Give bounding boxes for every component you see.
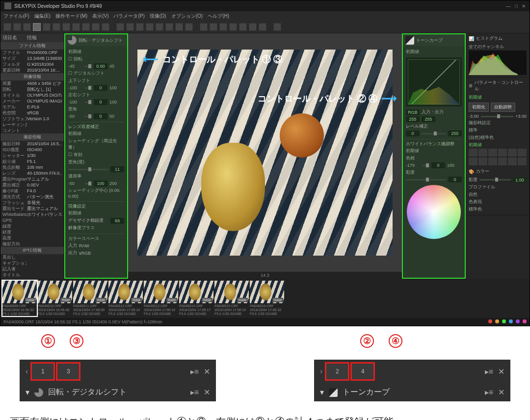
close-icon[interactable]: ✕ <box>204 367 210 376</box>
tool-icon[interactable] <box>508 149 517 157</box>
tool-btn[interactable] <box>136 23 144 31</box>
tool-icon[interactable] <box>478 149 487 157</box>
tool-icon[interactable] <box>508 158 517 165</box>
exposure-slider[interactable]: -3.00+3.00 <box>469 113 527 119</box>
tool-btn[interactable] <box>23 23 31 31</box>
thumbnail[interactable]: RAWPA040016.ORF2018/10/04 17:00:32F5.6 1… <box>250 281 284 316</box>
menu-edit[interactable]: 編集(E) <box>34 13 51 20</box>
cs-out-val[interactable]: sRGB <box>79 251 124 256</box>
auto-button[interactable]: 自動調整 <box>491 103 515 112</box>
enable-check[interactable]: 有効 <box>74 152 82 157</box>
menu-option[interactable]: オプション(O) <box>171 13 203 20</box>
demosaic-val[interactable]: 69 <box>110 218 124 224</box>
reset-label[interactable]: 初期値 <box>469 141 527 149</box>
tool-btn[interactable] <box>43 23 51 31</box>
tool-btn[interactable] <box>259 23 266 31</box>
level-slider[interactable]: 0255 <box>406 130 462 137</box>
saturation-slider[interactable]: 彩度1.00 <box>469 176 527 184</box>
thumbnail[interactable]: RAWPA040009.ORF2018/10/04 16:56:32F5.1 1… <box>2 281 37 316</box>
tool-icon[interactable] <box>478 158 487 165</box>
persp-slider[interactable]: -50050 <box>68 113 124 120</box>
close-icon[interactable]: ✕ <box>498 388 504 397</box>
close-icon[interactable]: ✕ <box>204 388 210 397</box>
look-value[interactable]: 標準色 <box>469 206 527 213</box>
histo-sub[interactable]: 全てのチャンネル <box>469 43 527 51</box>
tool-icon[interactable] <box>498 158 507 165</box>
thumbnail[interactable]: RAWPA040012.ORF2018/10/04 17:00:14F5.6 1… <box>108 281 143 316</box>
ud-slider[interactable]: -1000100 <box>68 84 124 91</box>
list-icon[interactable]: ▸≡ <box>190 367 199 376</box>
chevron-right-icon[interactable]: › <box>320 367 322 376</box>
menu-help[interactable]: ヘルプ(H) <box>208 13 229 20</box>
close-icon[interactable]: ✕ <box>498 367 504 376</box>
thumbnail[interactable]: RAWPA040011.ORF2018/10/04 17:00:09F5.6 1… <box>73 281 107 316</box>
tool-btn[interactable] <box>229 23 237 31</box>
tool-btn[interactable] <box>219 23 227 31</box>
input-val[interactable]: 255 <box>406 116 420 122</box>
tool-btn[interactable] <box>239 23 247 31</box>
tool-btn[interactable] <box>185 23 193 31</box>
tool-btn[interactable] <box>53 23 60 31</box>
tone-curve-graph[interactable] <box>406 57 462 106</box>
tool-icon[interactable] <box>469 149 477 157</box>
tool-btn[interactable] <box>146 23 154 31</box>
rotate-slider[interactable]: -450.0045 <box>68 63 124 70</box>
tool-btn[interactable] <box>62 23 70 31</box>
tool-btn[interactable] <box>3 23 11 31</box>
thumbnail[interactable]: RAWPA040010.ORF2018/10/04 16:56:40F5.6 1… <box>38 281 72 316</box>
nat-preset[interactable]: (自然)標準色 <box>469 134 527 141</box>
reset-btn[interactable]: 初期値 <box>406 48 462 55</box>
tool-icon[interactable] <box>518 158 527 165</box>
close-icon[interactable]: ✕ <box>522 3 526 9</box>
tab-3[interactable]: 3 <box>57 364 79 379</box>
reset-btn[interactable]: 初期値 <box>68 210 124 217</box>
tool-btn[interactable] <box>210 23 217 31</box>
thumbnail[interactable]: RAWPA040015.ORF2018/10/04 17:00:19F5.6 1… <box>214 281 249 316</box>
tool-btn[interactable] <box>156 23 163 31</box>
channel-select[interactable]: RGB <box>406 109 420 115</box>
hue-slider[interactable]: -1790180 <box>406 162 462 169</box>
rate-slider[interactable]: -50100200 <box>68 180 124 187</box>
tool-icon[interactable] <box>518 149 527 157</box>
thumbnail[interactable]: RAWPA040013.ORF2018/10/04 17:00:16F5.6 1… <box>144 281 178 316</box>
menu-develop[interactable]: 現像(D) <box>150 13 166 20</box>
angle-slider[interactable]: 11 <box>68 166 124 173</box>
color-wheel[interactable] <box>407 185 461 239</box>
tool-btn[interactable] <box>72 23 80 31</box>
chevron-left-icon[interactable]: ‹ <box>26 367 28 376</box>
chevron-down-icon[interactable]: ▾ <box>320 388 324 397</box>
tool-btn[interactable] <box>273 23 281 31</box>
maximize-icon[interactable]: □ <box>515 3 518 9</box>
list-icon[interactable]: ▸≡ <box>190 388 199 397</box>
tool-btn[interactable] <box>92 23 100 31</box>
thumbnail-strip[interactable]: RAWPA040009.ORF2018/10/04 16:56:32F5.1 1… <box>0 279 530 318</box>
list-icon[interactable]: ▸≡ <box>485 388 493 397</box>
menu-view[interactable]: 表示(V) <box>92 13 108 20</box>
menu-mode[interactable]: 操作モード(M) <box>55 13 87 20</box>
tool-btn[interactable] <box>249 23 257 31</box>
tool-btn[interactable] <box>116 23 124 31</box>
tab-4[interactable]: 4 <box>352 364 373 379</box>
tool-icon[interactable] <box>488 149 497 157</box>
tool-btn[interactable] <box>175 23 183 31</box>
tool-btn[interactable] <box>13 23 21 31</box>
tool-btn[interactable] <box>33 23 41 31</box>
thumbnail[interactable]: RAWPA040014.ORF2018/10/04 17:00:17F5.6 1… <box>179 281 213 316</box>
tool-icon[interactable] <box>488 158 497 165</box>
tool-btn[interactable] <box>165 23 173 31</box>
shoot-preset[interactable]: 撮影時設定 <box>469 119 527 127</box>
sat-slider[interactable]: 0 <box>406 176 462 183</box>
tool-btn[interactable] <box>102 23 109 31</box>
init-button[interactable]: 初期化 <box>469 103 489 112</box>
minimize-icon[interactable]: — <box>506 3 511 9</box>
tool-btn[interactable] <box>126 23 134 31</box>
tool-icon[interactable] <box>498 149 507 157</box>
output-val[interactable]: 255 <box>422 116 435 122</box>
profile-value[interactable]: 自然 <box>469 191 527 198</box>
reset-btn[interactable]: 初期値 <box>68 48 124 55</box>
chevron-down-icon[interactable]: ▾ <box>26 388 29 397</box>
reset-btn[interactable]: 初期値 <box>68 130 124 137</box>
image-viewer[interactable]: ⟵ コントロール・パレット ① ③ コントロール・パレット ② ④ ⟶ <box>128 33 402 272</box>
list-icon[interactable]: ▸≡ <box>485 367 493 376</box>
tool-btn[interactable] <box>82 23 90 31</box>
